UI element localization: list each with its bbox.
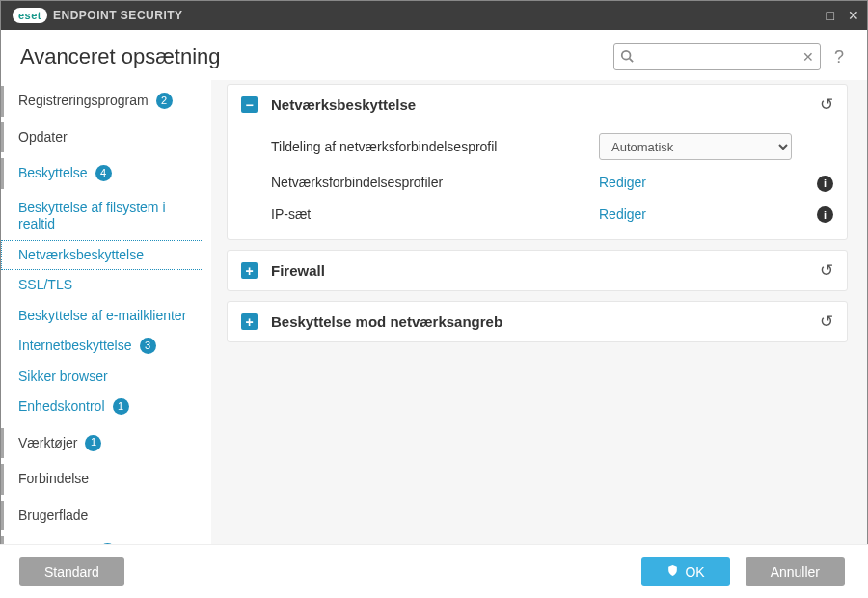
svg-line-1 bbox=[630, 58, 634, 62]
rediger-link[interactable]: Rediger bbox=[599, 206, 646, 222]
sidebar-item-enhedskontrol[interactable]: Enhedskontrol 1 bbox=[1, 392, 203, 422]
sidebar-item-forbindelse[interactable]: Forbindelse bbox=[1, 464, 203, 495]
collapse-icon[interactable]: − bbox=[241, 96, 258, 113]
product-name: ENDPOINT SECURITY bbox=[53, 9, 183, 22]
titlebar: eset ENDPOINT SECURITY □ ✕ bbox=[1, 1, 867, 30]
expand-icon[interactable]: + bbox=[241, 313, 258, 330]
shield-icon bbox=[666, 564, 679, 580]
sidebar-item-email-klienter[interactable]: Beskyttelse af e-mailklienter bbox=[1, 301, 203, 332]
sidebar-item-internetbeskyttelse[interactable]: Internetbeskyttelse 3 bbox=[1, 331, 203, 362]
page-title: Avanceret opsætning bbox=[20, 44, 221, 69]
sidebar-item-ssl-tls[interactable]: SSL/TLS bbox=[1, 270, 203, 301]
annuller-button[interactable]: Annuller bbox=[746, 557, 845, 586]
search-icon bbox=[620, 49, 634, 66]
search-input[interactable] bbox=[613, 43, 821, 70]
expand-icon[interactable]: + bbox=[241, 262, 258, 279]
revert-icon[interactable]: ↺ bbox=[820, 312, 833, 332]
panel-firewall: + Firewall ↺ bbox=[227, 250, 848, 291]
panel-netvaerksangreb: + Beskyttelse mod netværksangreb ↺ bbox=[227, 301, 848, 342]
badge: 1 bbox=[113, 398, 129, 415]
svg-point-0 bbox=[622, 50, 631, 59]
eset-logo: eset bbox=[13, 8, 47, 23]
badge: 2 bbox=[156, 93, 173, 109]
sidebar-item-sikker-browser[interactable]: Sikker browser bbox=[1, 362, 203, 393]
ok-button[interactable]: OK bbox=[641, 557, 729, 586]
sidebar-item-registreringsprogram[interactable]: Registreringsprogram 2 bbox=[1, 86, 203, 117]
profil-select[interactable]: Automatisk bbox=[599, 133, 792, 160]
clear-search-icon[interactable]: ✕ bbox=[802, 49, 814, 65]
content: − Netværksbeskyttelse ↺ Tildeling af net… bbox=[211, 80, 867, 576]
revert-icon[interactable]: ↺ bbox=[820, 95, 833, 115]
row-ip-saet: IP-sæt Rediger i bbox=[271, 199, 833, 231]
brand: eset ENDPOINT SECURITY bbox=[13, 8, 183, 23]
sidebar-item-vaerktoejer[interactable]: Værktøjer 1 bbox=[1, 428, 203, 459]
info-icon[interactable]: i bbox=[817, 206, 833, 223]
maximize-icon[interactable]: □ bbox=[827, 8, 834, 23]
sidebar-item-netvaerksbeskyttelse[interactable]: Netværksbeskyttelse bbox=[1, 240, 203, 271]
rediger-link[interactable]: Rediger bbox=[599, 175, 646, 190]
help-icon[interactable]: ? bbox=[834, 47, 844, 68]
row-tildeling-profil: Tildeling af netværksforbindelsesprofil … bbox=[271, 126, 833, 167]
sidebar-item-opdater[interactable]: Opdater bbox=[1, 122, 203, 153]
header: Avanceret opsætning ✕ ? bbox=[1, 30, 867, 80]
sidebar-item-beskyttelse[interactable]: Beskyttelse 4 bbox=[1, 158, 203, 189]
panel-netvaerksbeskyttelse: − Netværksbeskyttelse ↺ Tildeling af net… bbox=[227, 84, 848, 240]
sidebar-item-filsystem-realtid[interactable]: Beskyttelse af filsystem i realtid bbox=[1, 193, 203, 240]
search-wrap: ✕ bbox=[613, 43, 821, 70]
revert-icon[interactable]: ↺ bbox=[820, 260, 833, 281]
info-icon[interactable]: i bbox=[817, 176, 833, 192]
standard-button[interactable]: Standard bbox=[19, 557, 124, 586]
panel-header[interactable]: + Firewall ↺ bbox=[228, 251, 847, 290]
row-forbindelsesprofiler: Netværksforbindelsesprofiler Rediger i bbox=[271, 167, 833, 199]
badge: 3 bbox=[140, 338, 156, 354]
sidebar: Registreringsprogram 2 Opdater Beskyttel… bbox=[1, 80, 211, 576]
panel-header[interactable]: + Beskyttelse mod netværksangreb ↺ bbox=[228, 302, 847, 341]
panel-header[interactable]: − Netværksbeskyttelse ↺ bbox=[228, 85, 847, 124]
badge: 4 bbox=[95, 165, 112, 181]
window-controls: □ ✕ bbox=[827, 8, 859, 23]
panel-body: Tildeling af netværksforbindelsesprofil … bbox=[228, 124, 847, 239]
close-icon[interactable]: ✕ bbox=[848, 8, 859, 23]
sidebar-item-brugerflade[interactable]: Brugerflade bbox=[1, 501, 203, 531]
badge: 1 bbox=[85, 435, 101, 451]
footer: Standard OK Annuller bbox=[0, 544, 868, 598]
